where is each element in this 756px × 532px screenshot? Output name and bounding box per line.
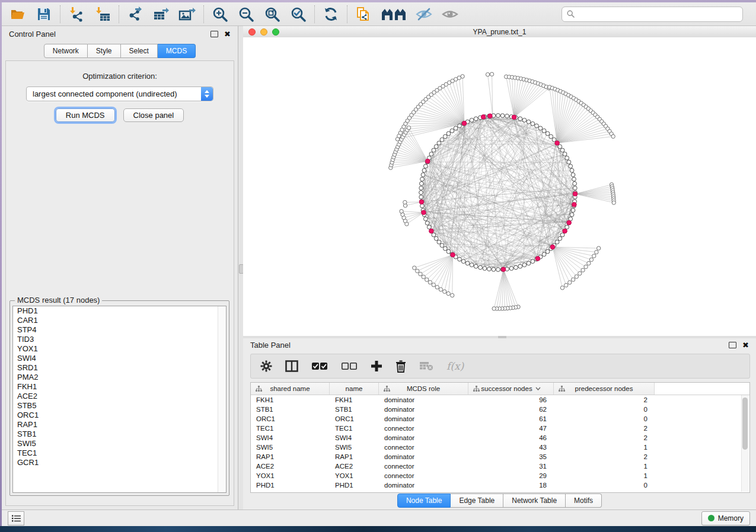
cell-name[interactable]: ACE2	[330, 463, 379, 470]
cell-mcds_role[interactable]: connector	[379, 463, 468, 470]
control-panel-float-button[interactable]	[210, 31, 218, 37]
column-header-predecessor_nodes[interactable]: predecessor nodes	[554, 383, 655, 395]
mcds-result-node[interactable]: ORC1	[13, 411, 226, 420]
cell-shared_name[interactable]: SWI5	[251, 444, 330, 451]
tab-select[interactable]: Select	[121, 44, 158, 58]
table-scrollbar[interactable]	[741, 395, 749, 492]
delete-column-button[interactable]	[395, 360, 406, 373]
cell-predecessor_nodes[interactable]: 1	[554, 444, 655, 451]
column-header-successor_nodes[interactable]: successor nodes	[468, 383, 554, 395]
cell-name[interactable]: FKH1	[330, 396, 379, 403]
memory-button[interactable]: Memory	[701, 511, 750, 525]
cell-successor_nodes[interactable]: 43	[468, 444, 554, 451]
cell-predecessor_nodes[interactable]: 2	[554, 453, 655, 460]
close-panel-button[interactable]: Close panel	[123, 108, 184, 122]
table-options-gear-button[interactable]	[260, 360, 272, 372]
cell-shared_name[interactable]: TEC1	[251, 425, 330, 432]
mcds-result-node[interactable]: YOX1	[13, 344, 226, 354]
table-row[interactable]: STB1STB1dominator620	[251, 405, 749, 414]
select-all-columns-button[interactable]	[311, 362, 328, 370]
mcds-result-node[interactable]: SWI4	[13, 354, 226, 363]
cell-predecessor_nodes[interactable]: 0	[554, 482, 655, 489]
column-header-shared_name[interactable]: shared name	[251, 383, 330, 395]
network-search-box[interactable]	[562, 7, 743, 22]
task-history-button[interactable]	[8, 511, 24, 525]
cell-mcds_role[interactable]: connector	[379, 425, 468, 432]
cell-predecessor_nodes[interactable]: 1	[554, 472, 655, 479]
cell-successor_nodes[interactable]: 46	[468, 434, 554, 441]
apply-layout-button[interactable]	[322, 5, 340, 23]
clone-network-button[interactable]	[355, 5, 372, 23]
network-canvas[interactable]	[243, 37, 756, 336]
cell-name[interactable]: SWI4	[330, 434, 379, 441]
cell-shared_name[interactable]: ORC1	[251, 415, 330, 422]
zoom-fit-button[interactable]	[263, 5, 281, 23]
cell-successor_nodes[interactable]: 29	[468, 472, 554, 479]
control-panel-close-button[interactable]: ✖	[224, 30, 231, 38]
table-row[interactable]: RAP1RAP1dominator352	[251, 452, 749, 462]
table-panel-float-button[interactable]	[729, 342, 736, 348]
cell-name[interactable]: SWI5	[330, 444, 379, 451]
column-header-mcds_role[interactable]: MCDS role	[379, 383, 468, 395]
cell-name[interactable]: YOX1	[330, 472, 379, 479]
mcds-result-list[interactable]: PHD1CAR1STP4TID3YOX1SWI4SRD1PMA2FKH1ACE2…	[12, 306, 227, 493]
show-all-button[interactable]	[441, 5, 459, 23]
add-column-button[interactable]	[371, 360, 382, 372]
cell-mcds_role[interactable]: dominator	[379, 415, 468, 422]
cell-predecessor_nodes[interactable]: 2	[554, 434, 655, 441]
cell-successor_nodes[interactable]: 35	[468, 453, 554, 460]
table-row[interactable]: SWI4SWI4dominator462	[251, 433, 749, 443]
cell-name[interactable]: RAP1	[330, 453, 379, 460]
tab-network[interactable]: Network	[44, 44, 88, 58]
cell-name[interactable]: ORC1	[330, 415, 379, 422]
cell-successor_nodes[interactable]: 47	[468, 425, 554, 432]
zoom-in-button[interactable]	[211, 5, 229, 23]
unselect-all-columns-button[interactable]	[341, 362, 358, 370]
cell-name[interactable]: TEC1	[330, 425, 379, 432]
cell-shared_name[interactable]: RAP1	[251, 453, 330, 460]
tab-motifs[interactable]: Motifs	[566, 493, 602, 508]
table-row[interactable]: PHD1PHD1dominator180	[251, 480, 749, 490]
tab-mcds[interactable]: MCDS	[158, 44, 196, 58]
mcds-result-node[interactable]: PHD1	[13, 306, 226, 316]
cell-name[interactable]: PHD1	[330, 482, 379, 489]
tab-style[interactable]: Style	[88, 44, 121, 58]
cell-predecessor_nodes[interactable]: 0	[554, 406, 655, 413]
mcds-result-node[interactable]: STB5	[13, 401, 226, 411]
cell-successor_nodes[interactable]: 61	[468, 415, 554, 422]
cell-mcds_role[interactable]: dominator	[379, 434, 468, 441]
table-row[interactable]: ACE2ACE2connector311	[251, 462, 749, 471]
mcds-result-node[interactable]: TID3	[13, 335, 226, 344]
tab-node-table[interactable]: Node Table	[397, 493, 451, 508]
search-input[interactable]	[578, 9, 738, 19]
cell-shared_name[interactable]: YOX1	[251, 472, 330, 479]
table-row[interactable]: TEC1TEC1connector472	[251, 424, 749, 433]
cell-predecessor_nodes[interactable]: 2	[554, 396, 655, 403]
mcds-result-node[interactable]: ACE2	[13, 392, 226, 401]
zoom-out-button[interactable]	[237, 5, 255, 23]
table-row[interactable]: SWI5SWI5connector431	[251, 443, 749, 452]
save-session-button[interactable]	[35, 5, 53, 23]
table-row[interactable]: FKH1FKH1dominator962	[251, 395, 749, 405]
run-mcds-button[interactable]: Run MCDS	[56, 108, 115, 122]
mcds-result-node[interactable]: PMA2	[13, 373, 226, 382]
mcds-result-node[interactable]: STB1	[13, 430, 226, 439]
cell-shared_name[interactable]: SWI4	[251, 434, 330, 441]
cell-mcds_role[interactable]: dominator	[379, 453, 468, 460]
zoom-selected-button[interactable]	[289, 5, 307, 23]
cell-shared_name[interactable]: STB1	[251, 406, 330, 413]
cell-mcds_role[interactable]: dominator	[379, 406, 468, 413]
import-network-button[interactable]	[68, 5, 85, 23]
show-columns-button[interactable]	[285, 360, 298, 372]
mcds-result-node[interactable]: FKH1	[13, 382, 226, 392]
network-view-titlebar[interactable]: YPA_prune.txt_1	[243, 26, 756, 38]
cell-successor_nodes[interactable]: 62	[468, 406, 554, 413]
export-network-button[interactable]	[126, 5, 144, 23]
mcds-result-node[interactable]: STP4	[13, 325, 226, 335]
cell-mcds_role[interactable]: connector	[379, 472, 468, 479]
tab-edge-table[interactable]: Edge Table	[451, 493, 503, 508]
mcds-result-node[interactable]: RAP1	[13, 420, 226, 430]
cell-mcds_role[interactable]: dominator	[379, 482, 468, 489]
node-table[interactable]: shared namenameMCDS rolesuccessor nodesp…	[250, 382, 750, 493]
table-scrollbar-thumb[interactable]	[742, 398, 748, 450]
